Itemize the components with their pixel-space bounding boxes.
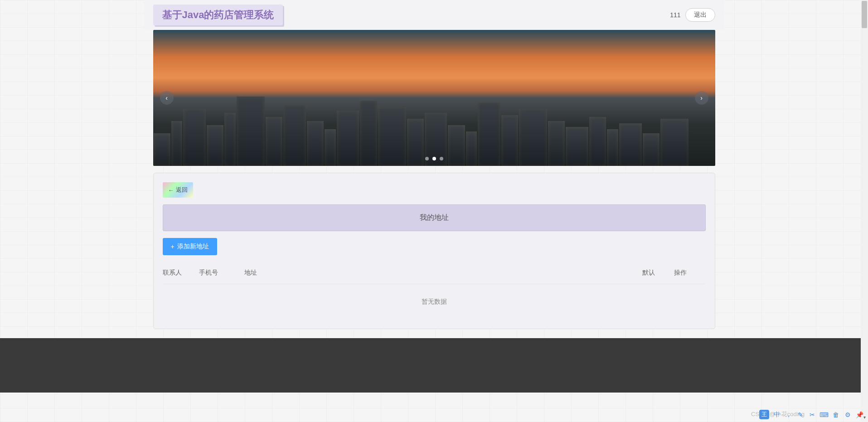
add-button-label: 添加新地址 [177,243,209,251]
scroll-thumb[interactable] [862,1,867,28]
ime-mode[interactable]: 中 [773,411,781,419]
plus-icon: + [171,243,175,250]
carousel-dot-0[interactable] [425,157,429,160]
chevron-right-icon: › [700,94,703,102]
scissors-icon[interactable]: ✂ [808,411,816,419]
pin-icon[interactable]: 📌 [855,411,863,419]
keyboard-icon[interactable]: ⌨ [820,411,828,419]
header-right: 111 退出 [670,8,715,22]
empty-state: 暂无数据 [163,284,706,320]
back-button-label: 返回 [176,186,188,194]
main-container: ‹ › ← 返回 我的地址 + 添加新地址 联系人 手机号 地址 默认 操作 [144,30,724,329]
carousel-dot-2[interactable] [440,157,443,160]
column-default: 默认 [642,269,674,277]
column-action: 操作 [674,269,706,277]
trash-icon[interactable]: 🗑 [832,411,840,419]
skyline-decoration [153,84,715,166]
table-header: 联系人 手机号 地址 默认 操作 [163,262,706,284]
arrow-left-icon: ← [168,187,174,194]
settings-icon[interactable]: ⚙ [844,411,852,419]
column-phone: 手机号 [199,269,244,277]
carousel-prev-button[interactable]: ‹ [160,91,174,105]
carousel-dot-1[interactable] [432,157,436,160]
ime-badge[interactable]: 王 [759,410,769,419]
carousel-image [153,30,715,166]
footer [0,338,868,393]
system-taskbar: 王 中 ， ✎ ✂ ⌨ 🗑 ⚙ 📌 [755,407,868,422]
add-address-button[interactable]: + 添加新地址 [163,238,217,255]
content-card: ← 返回 我的地址 + 添加新地址 联系人 手机号 地址 默认 操作 暂无数据 [153,173,715,329]
tool-icon[interactable]: ✎ [796,411,805,419]
column-address: 地址 [244,269,642,277]
carousel-next-button[interactable]: › [695,91,708,105]
carousel: ‹ › [153,30,715,166]
app-title: 基于Java的药店管理系统 [162,9,274,20]
carousel-dots [425,157,443,160]
user-label: 111 [670,11,680,19]
back-button[interactable]: ← 返回 [163,182,193,198]
header-bar: 基于Java的药店管理系统 111 退出 [144,0,724,30]
app-title-box: 基于Java的药店管理系统 [153,5,283,25]
column-contact: 联系人 [163,269,199,277]
chevron-left-icon: ‹ [165,94,168,102]
punctuation-icon[interactable]: ， [785,411,793,419]
section-title: 我的地址 [163,204,706,231]
vertical-scrollbar[interactable]: ▴ ▾ [861,0,868,422]
logout-button[interactable]: 退出 [685,8,715,22]
